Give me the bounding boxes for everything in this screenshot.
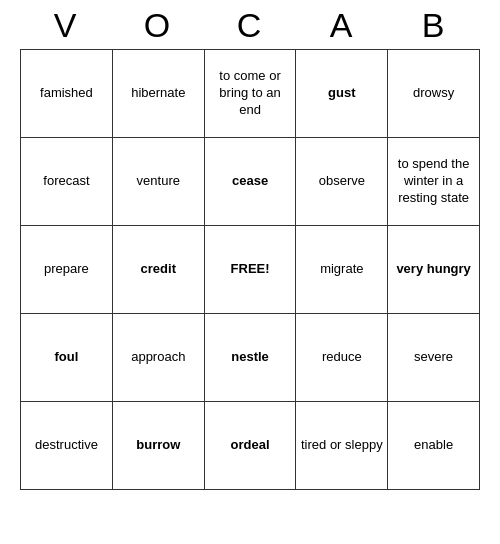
cell-r3-c1: approach bbox=[112, 314, 204, 402]
cell-r4-c2: ordeal bbox=[204, 402, 296, 490]
title-a: A bbox=[296, 6, 388, 45]
cell-r1-c4: to spend the winter in a resting state bbox=[388, 138, 480, 226]
cell-r2-c1: credit bbox=[112, 226, 204, 314]
bingo-grid: famishedhibernateto come or bring to an … bbox=[20, 49, 480, 490]
cell-r4-c0: destructive bbox=[21, 402, 113, 490]
cell-r1-c3: observe bbox=[296, 138, 388, 226]
cell-r0-c3: gust bbox=[296, 50, 388, 138]
cell-r0-c1: hibernate bbox=[112, 50, 204, 138]
cell-r2-c4: very hungry bbox=[388, 226, 480, 314]
cell-r3-c3: reduce bbox=[296, 314, 388, 402]
cell-r1-c2: cease bbox=[204, 138, 296, 226]
cell-r0-c0: famished bbox=[21, 50, 113, 138]
cell-r2-c0: prepare bbox=[21, 226, 113, 314]
cell-r4-c4: enable bbox=[388, 402, 480, 490]
title-b: B bbox=[388, 6, 480, 45]
cell-r3-c0: foul bbox=[21, 314, 113, 402]
cell-r4-c1: burrow bbox=[112, 402, 204, 490]
cell-r2-c2: FREE! bbox=[204, 226, 296, 314]
cell-r2-c3: migrate bbox=[296, 226, 388, 314]
title-o: O bbox=[112, 6, 204, 45]
cell-r4-c3: tired or sleppy bbox=[296, 402, 388, 490]
cell-r1-c0: forecast bbox=[21, 138, 113, 226]
cell-r3-c4: severe bbox=[388, 314, 480, 402]
title-v: V bbox=[20, 6, 112, 45]
cell-r1-c1: venture bbox=[112, 138, 204, 226]
cell-r0-c2: to come or bring to an end bbox=[204, 50, 296, 138]
title-c: C bbox=[204, 6, 296, 45]
cell-r0-c4: drowsy bbox=[388, 50, 480, 138]
cell-r3-c2: nestle bbox=[204, 314, 296, 402]
title-row: V O C A B bbox=[20, 0, 480, 49]
